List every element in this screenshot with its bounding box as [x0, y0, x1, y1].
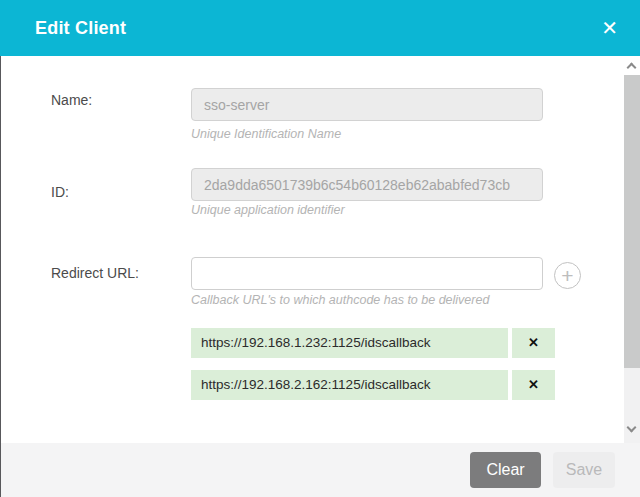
vertical-scrollbar[interactable]	[624, 56, 640, 443]
redirect-url-value: https://192.168.2.162:1125/idscallback	[191, 370, 508, 400]
edit-client-dialog: Edit Client ✕ Name: Unique Identificatio…	[0, 0, 640, 497]
remove-url-button[interactable]: ✕	[512, 328, 555, 358]
plus-icon: +	[561, 264, 573, 287]
save-button[interactable]: Save	[553, 452, 615, 488]
scrollbar-track[interactable]	[624, 368, 640, 443]
id-label: ID:	[51, 184, 69, 200]
name-input	[191, 88, 543, 121]
scroll-up-button[interactable]	[624, 56, 640, 75]
clear-button[interactable]: Clear	[470, 452, 541, 488]
redirect-url-item: https://192.168.2.162:1125/idscallback ✕	[191, 370, 555, 400]
x-icon: ✕	[528, 335, 539, 350]
redirect-url-label: Redirect URL:	[51, 265, 139, 281]
close-icon[interactable]: ✕	[595, 16, 624, 40]
id-input	[191, 168, 543, 201]
name-helper-text: Unique Identification Name	[191, 127, 341, 141]
dialog-header: Edit Client ✕	[0, 0, 640, 56]
id-helper-text: Unique application identifier	[191, 203, 345, 217]
remove-url-button[interactable]: ✕	[512, 370, 555, 400]
scrollbar-thumb[interactable]	[624, 75, 640, 368]
chevron-up-icon	[627, 63, 637, 73]
redirect-url-value: https://192.168.1.232:1125/idscallback	[191, 328, 508, 358]
name-label: Name:	[51, 92, 92, 108]
add-redirect-url-button[interactable]: +	[554, 262, 581, 289]
redirect-url-helper-text: Callback URL's to which authcode has to …	[191, 293, 489, 307]
x-icon: ✕	[528, 377, 539, 392]
chevron-down-icon	[627, 423, 637, 433]
dialog-footer: Clear Save	[0, 443, 640, 497]
redirect-url-item: https://192.168.1.232:1125/idscallback ✕	[191, 328, 555, 358]
dialog-title: Edit Client	[35, 18, 126, 39]
dialog-body: Name: Unique Identification Name ID: Uni…	[0, 56, 640, 443]
redirect-url-input[interactable]	[191, 257, 543, 290]
